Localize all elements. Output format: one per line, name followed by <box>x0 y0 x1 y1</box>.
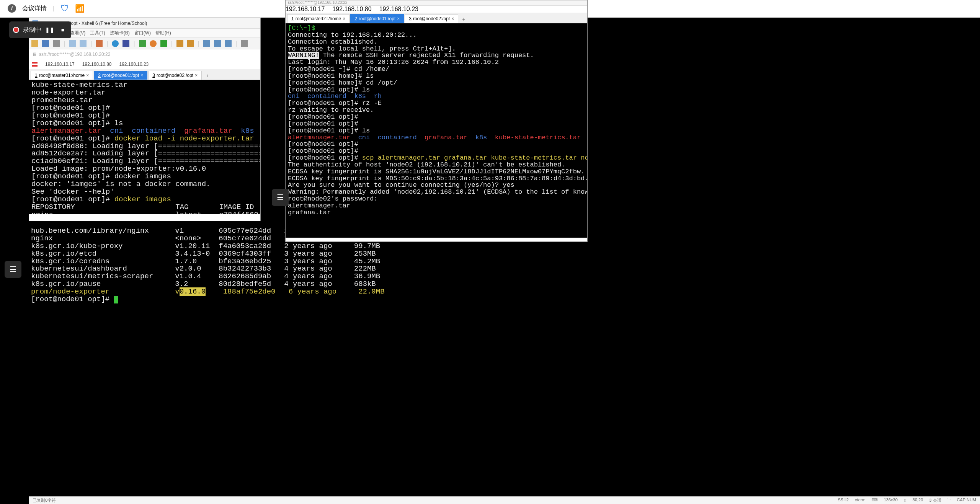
status-left: 已复制0字符 <box>33 497 56 503</box>
close-icon[interactable]: × <box>397 16 400 21</box>
sidebar-toggle-right[interactable]: ☰ <box>272 189 289 206</box>
divider: | <box>198 40 199 47</box>
xshell-window-right: ssh://root:******@192.168.10.20:22 192.1… <box>285 0 588 242</box>
session-ip[interactable]: 192.168.10.17 <box>45 62 75 67</box>
divider: | <box>64 40 65 47</box>
session-tab[interactable]: 1 root@master01:/home× <box>31 71 93 80</box>
cascade-icon[interactable] <box>214 40 221 47</box>
recording-badge: 录制中 ❚❚ ■ <box>9 21 71 38</box>
close-icon[interactable]: × <box>140 73 143 78</box>
new-session-icon[interactable] <box>31 40 38 47</box>
flag-icon[interactable] <box>32 62 38 67</box>
close-icon[interactable]: × <box>343 16 345 21</box>
pause-button[interactable]: ❚❚ <box>45 25 54 34</box>
session-bar: 192.168.10.17192.168.10.80192.168.10.23 <box>29 59 260 69</box>
divider: | <box>171 40 173 47</box>
divider: | <box>133 40 135 47</box>
close-icon[interactable]: × <box>451 16 454 21</box>
tab-bar-right: 1 root@master01:/home×2 root@node01:/opt… <box>286 13 587 23</box>
divider: | <box>53 5 54 12</box>
key-icon[interactable] <box>187 40 194 47</box>
status-sess: 3 会话 <box>929 497 941 503</box>
status-xterm: xterm <box>855 497 866 503</box>
open-icon[interactable] <box>42 40 49 47</box>
add-tab-button[interactable]: + <box>459 15 468 23</box>
add-tab-button[interactable]: + <box>203 72 212 80</box>
title-bar-fragment: ssh://root:******@192.168.10.20:22 <box>286 0 587 6</box>
xshell-window-left: root@node01:/opt - Xshell 6 (Free for Ho… <box>29 18 261 221</box>
status-bar: 已复制0字符 SSH2 xterm ⌨ 136x30 ⎌ 30,20 3 会话 … <box>29 496 980 504</box>
script-icon[interactable] <box>139 40 146 47</box>
terminal-left[interactable]: kube-state-metrics.tarnode-exporter.tarp… <box>29 80 260 214</box>
divider: | <box>90 40 92 47</box>
terminal-right[interactable]: [C:\~]$ Connecting to 192.168.10.20:22..… <box>286 23 587 238</box>
divider: | <box>235 40 237 47</box>
font-icon[interactable] <box>122 40 129 47</box>
signal-icon[interactable]: 📶 <box>75 4 85 13</box>
session-tab[interactable]: 3 root@node02:/opt× <box>405 14 458 23</box>
sidebar-toggle-left[interactable]: ☰ <box>5 261 21 278</box>
session-ip[interactable]: 192.168.10.80 <box>82 62 112 67</box>
address-text: ssh://root:******@192.168.10.20:22 <box>39 52 110 57</box>
session-tab[interactable]: 2 root@node01:/opt× <box>94 71 147 80</box>
close-icon[interactable]: × <box>195 73 198 78</box>
tile-icon[interactable] <box>203 40 210 47</box>
session-bar: 192.168.10.17192.168.10.80192.168.10.23 <box>286 6 587 13</box>
lock-icon[interactable] <box>176 40 183 47</box>
play-icon[interactable] <box>160 40 167 47</box>
search-icon[interactable] <box>96 40 103 47</box>
status-caps: CAP NUM <box>957 497 976 503</box>
gear-icon[interactable] <box>241 40 248 47</box>
menu-item[interactable]: 工具(T) <box>90 30 105 36</box>
close-icon[interactable]: × <box>86 73 89 78</box>
record-dot-icon <box>13 27 19 33</box>
globe-icon[interactable] <box>112 40 119 47</box>
status-dim: 136x30 <box>884 497 898 503</box>
tool-bar: | | | | | | | <box>29 38 260 49</box>
save-icon[interactable] <box>53 40 60 47</box>
session-ip[interactable]: 192.168.10.23 <box>379 6 418 12</box>
divider: | <box>106 40 108 47</box>
record-icon[interactable] <box>150 40 157 47</box>
menu-item[interactable]: 选项卡(B) <box>110 30 130 36</box>
workspace: ☰ ☰ hub.benet.com/library/nginx v1 605c7… <box>0 18 980 504</box>
session-ip[interactable]: 192.168.10.23 <box>119 62 149 67</box>
shield-icon[interactable]: 🛡 <box>60 3 69 13</box>
copy-icon[interactable] <box>69 40 76 47</box>
paste-icon[interactable] <box>80 40 87 47</box>
session-ip[interactable]: 192.168.10.80 <box>332 6 371 12</box>
menu-item[interactable]: 窗口(W) <box>134 30 151 36</box>
stop-button[interactable]: ■ <box>58 25 67 34</box>
session-ip[interactable]: 192.168.10.17 <box>286 6 325 12</box>
tab-bar-left: 1 root@master01:/home×2 root@node01:/opt… <box>29 69 260 80</box>
menu-item[interactable]: 帮助(H) <box>155 30 171 36</box>
info-icon[interactable]: i <box>8 4 16 13</box>
status-pos: 30,20 <box>913 497 923 503</box>
session-tab[interactable]: 3 root@node02:/opt× <box>148 71 202 80</box>
meeting-details-label[interactable]: 会议详情 <box>22 5 47 13</box>
session-tab[interactable]: 2 root@node01:/opt× <box>350 14 404 23</box>
grid-icon[interactable] <box>225 40 232 47</box>
session-tab[interactable]: 1 root@master01:/home× <box>287 14 350 23</box>
status-ssh: SSH2 <box>838 497 849 503</box>
menu-item[interactable]: 查看(V) <box>70 30 85 36</box>
address-bar[interactable]: 🖥 ssh://root:******@192.168.10.20:22 <box>29 49 260 59</box>
recording-label: 录制中 <box>23 26 41 34</box>
